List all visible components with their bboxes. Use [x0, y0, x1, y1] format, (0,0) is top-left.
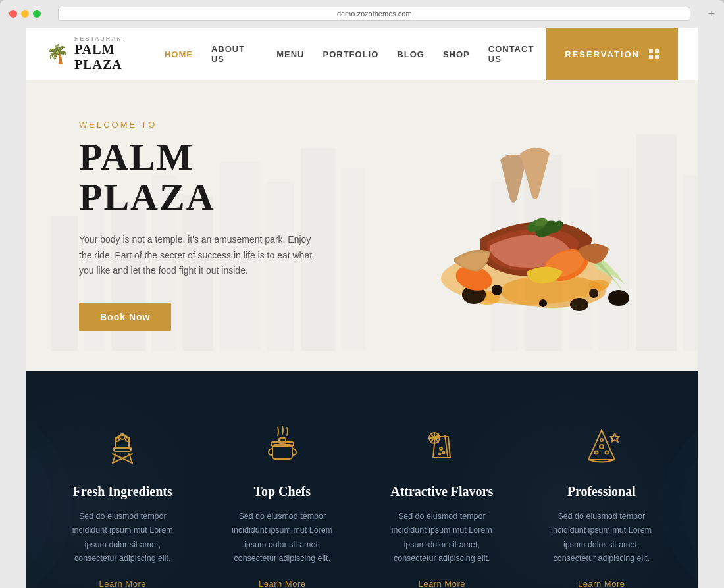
restaurant-label: RESTAURANT: [74, 36, 165, 42]
flavors-icon: [419, 424, 465, 470]
learn-more-fresh[interactable]: Learn More: [99, 579, 146, 588]
svg-point-61: [600, 439, 603, 441]
feature-title-fresh: Fresh Ingredients: [73, 484, 172, 499]
logo-name: PALM PLAZA: [74, 42, 165, 72]
svg-point-31: [589, 289, 598, 298]
learn-more-flavors[interactable]: Learn More: [419, 579, 465, 588]
svg-point-56: [443, 452, 445, 454]
browser-titlebar: demo.zozothemes.com +: [0, 7, 724, 28]
close-button[interactable]: [9, 10, 17, 18]
hero-content: WELCOME TO PALM PLAZA Your body is not a…: [26, 80, 369, 371]
logo[interactable]: 🌴 RESTAURANT PALM PLAZA: [46, 36, 165, 72]
features-grid: Fresh Ingredients Sed do eiusmod tempor …: [53, 410, 671, 588]
food-plate-svg: [369, 107, 658, 344]
feature-title-professional: Professional: [567, 484, 636, 499]
book-now-button[interactable]: Book Now: [79, 303, 171, 331]
svg-point-32: [539, 299, 547, 307]
logo-text: RESTAURANT PALM PLAZA: [74, 36, 165, 72]
svg-point-21: [608, 290, 629, 306]
website-content: 🌴 RESTAURANT PALM PLAZA HOME ABOUT US ME…: [26, 28, 698, 588]
nav-blog[interactable]: BLOG: [397, 49, 425, 59]
reservation-label: RESERVATION: [565, 49, 640, 59]
svg-point-19: [589, 280, 609, 290]
feature-title-flavors: Attractive Flavors: [390, 484, 493, 499]
feature-desc-fresh: Sed do eiusmod tempor incididunt ipsum m…: [63, 510, 182, 566]
feature-desc-chefs: Sed do eiusmod tempor incididunt ipsum m…: [223, 510, 342, 566]
maximize-button[interactable]: [33, 10, 41, 18]
hero-food-image: [328, 80, 698, 371]
grid-icon: [649, 49, 659, 59]
nav-home[interactable]: HOME: [165, 49, 193, 59]
nav-shop[interactable]: SHOP: [443, 49, 470, 59]
nav-about[interactable]: ABOUT US: [211, 44, 258, 64]
feature-fresh-ingredients: Fresh Ingredients Sed do eiusmod tempor …: [53, 410, 193, 588]
svg-point-55: [440, 447, 442, 450]
svg-point-40: [126, 437, 130, 441]
svg-point-57: [439, 453, 441, 455]
svg-rect-45: [272, 445, 292, 459]
nav-portfolio[interactable]: PORTFOLIO: [323, 49, 379, 59]
feature-desc-flavors: Sed do eiusmod tempor incididunt ipsum m…: [382, 510, 502, 566]
award-icon: [579, 424, 625, 470]
address-bar[interactable]: demo.zozothemes.com: [58, 7, 690, 21]
nav-menu[interactable]: MENU: [276, 49, 304, 59]
feature-top-chefs: Top Chefs Sed do eiusmod tempor incididu…: [213, 410, 353, 588]
feature-professional: Professional Sed do eiusmod tempor incid…: [532, 410, 672, 588]
svg-point-30: [492, 285, 502, 295]
hero-section: WELCOME TO PALM PLAZA Your body is not a…: [26, 80, 698, 371]
kitchen-icon: [259, 424, 305, 470]
feature-flavors: Attractive Flavors Sed do eiusmod tempor…: [372, 410, 512, 588]
learn-more-professional[interactable]: Learn More: [578, 579, 625, 588]
nav-contact[interactable]: CONTACT US: [488, 44, 547, 64]
features-section: Fresh Ingredients Sed do eiusmod tempor …: [26, 371, 698, 588]
welcome-label: WELCOME TO: [79, 120, 316, 130]
svg-point-60: [605, 451, 608, 454]
new-tab-button[interactable]: +: [708, 7, 715, 21]
svg-point-39: [115, 437, 119, 441]
nav-links: HOME ABOUT US MENU PORTFOLIO BLOG SHOP C…: [165, 44, 546, 64]
chef-icon: [99, 424, 145, 470]
url-text: demo.zozothemes.com: [337, 10, 412, 18]
browser-frame: demo.zozothemes.com + 🌴 RESTAURANT PALM …: [0, 0, 724, 588]
reservation-button[interactable]: RESERVATION: [546, 28, 678, 80]
logo-icon: 🌴: [46, 43, 69, 65]
svg-point-58: [600, 445, 604, 449]
svg-point-59: [594, 451, 598, 454]
svg-point-22: [570, 298, 588, 311]
hero-title: PALM PLAZA: [79, 137, 316, 218]
feature-title-chefs: Top Chefs: [253, 484, 311, 499]
navbar: 🌴 RESTAURANT PALM PLAZA HOME ABOUT US ME…: [26, 28, 698, 80]
learn-more-chefs[interactable]: Learn More: [259, 579, 305, 588]
minimize-button[interactable]: [21, 10, 29, 18]
svg-line-49: [445, 435, 448, 456]
hero-description: Your body is not a temple, it's an amuse…: [79, 232, 316, 279]
feature-desc-professional: Sed do eiusmod tempor incididunt ipsum m…: [542, 510, 661, 566]
